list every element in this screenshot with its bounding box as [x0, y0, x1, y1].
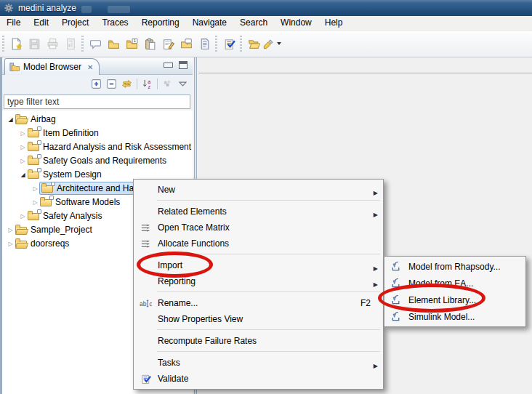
collapse-arrow-icon[interactable] — [31, 198, 39, 206]
menu-separator — [134, 327, 382, 333]
collapse-arrow-icon[interactable] — [19, 142, 27, 151]
tree-item-hazard-analysis[interactable]: Hazard Analysis and Risk Assessment — [2, 140, 193, 153]
menu-item-label: Recompute Failure Rates — [158, 336, 382, 346]
menu-reporting[interactable]: Reporting — [135, 16, 186, 30]
project-folder-icon — [15, 238, 28, 249]
link-with-editor-icon — [121, 79, 132, 89]
submenu-item-model-from-rhapsody[interactable]: Model from Rhapsody... — [385, 258, 525, 275]
context-menu-item-allocate-functions[interactable]: Allocate Functions — [134, 236, 382, 252]
app-window: medini analyze File Edit Project Traces … — [0, 0, 532, 394]
menu-separator — [134, 198, 382, 204]
submenu-arrow-icon — [374, 187, 378, 197]
expand-all-button[interactable] — [89, 77, 104, 92]
context-menu-item-recompute-failure-rates[interactable]: Recompute Failure Rates — [134, 333, 382, 349]
menu-item-label: Related Elements — [158, 206, 382, 217]
clipboard-icon — [144, 38, 156, 50]
menu-gutter — [134, 374, 156, 385]
validate-icon — [223, 38, 235, 50]
menu-help[interactable]: Help — [318, 16, 350, 30]
link-with-editor-button[interactable] — [119, 77, 134, 92]
menu-edit[interactable]: Edit — [27, 16, 55, 30]
report-document-icon — [65, 38, 77, 50]
filter-input[interactable] — [4, 95, 190, 109]
recent-elements-button[interactable]: 1 — [123, 35, 141, 53]
highlight-button[interactable] — [263, 35, 281, 53]
menu-window[interactable]: Window — [274, 16, 318, 30]
collapse-arrow-icon[interactable] — [7, 239, 15, 248]
paste-button[interactable] — [141, 35, 159, 53]
menu-gutter — [385, 261, 407, 272]
report-document-button — [62, 35, 80, 53]
model-browser-tab-icon — [9, 62, 20, 73]
sort-az-icon: az — [142, 79, 153, 89]
annotation-oval-import — [137, 252, 213, 278]
context-menu-item-rename[interactable]: abc Rename... F2 — [134, 295, 382, 311]
toolbar-separator — [137, 79, 137, 89]
close-icon[interactable] — [87, 63, 93, 71]
context-menu-item-tasks[interactable]: Tasks — [134, 355, 382, 371]
filters-button — [160, 77, 175, 92]
open-model-button[interactable] — [245, 35, 263, 53]
tree-item-airbag[interactable]: Airbag — [2, 112, 193, 126]
collapse-arrow-icon[interactable] — [31, 184, 39, 193]
minimize-button[interactable] — [164, 63, 173, 68]
validate-button[interactable] — [220, 35, 238, 53]
view-menu-button[interactable] — [175, 77, 190, 92]
filter-row — [2, 93, 193, 110]
context-menu-item-new[interactable]: New — [134, 182, 382, 198]
context-menu-item-related-elements[interactable]: Related Elements — [134, 204, 382, 220]
comment-button[interactable] — [86, 35, 105, 53]
tree-item-label: Safety Analysis — [43, 211, 102, 221]
edit-note-button[interactable] — [159, 35, 177, 53]
submenu-arrow-icon — [374, 360, 378, 370]
collapse-all-button[interactable] — [104, 77, 119, 92]
menu-navigate[interactable]: Navigate — [186, 16, 233, 30]
tree-item-safety-goals[interactable]: Safety Goals and Requirements — [2, 153, 193, 167]
comment-folder-button[interactable] — [177, 35, 196, 53]
document-button[interactable] — [196, 35, 214, 53]
tree-item-label: Item Definition — [43, 128, 99, 138]
context-menu-item-open-trace-matrix[interactable]: Open Trace Matrix — [134, 220, 382, 236]
tree-item-item-definition[interactable]: Item Definition — [2, 126, 193, 140]
menu-bar: File Edit Project Traces Reporting Navig… — [0, 16, 532, 31]
maximize-button[interactable] — [179, 61, 188, 69]
project-folder-icon — [15, 225, 28, 235]
dropdown-caret-icon[interactable] — [277, 42, 281, 45]
print-button — [44, 35, 62, 53]
menu-separator — [134, 289, 382, 295]
menu-search[interactable]: Search — [233, 16, 274, 30]
menu-gutter — [134, 222, 156, 233]
new-wizard-button[interactable] — [7, 35, 25, 53]
collapse-arrow-icon[interactable] — [7, 225, 15, 234]
tree-item-label: Airbag — [31, 114, 56, 124]
comment-icon — [89, 38, 102, 50]
panel-controls — [164, 61, 188, 69]
tab-model-browser[interactable]: Model Browser — [4, 58, 100, 75]
menu-project[interactable]: Project — [55, 16, 95, 30]
folder-icon — [108, 38, 120, 50]
collapse-arrow-icon[interactable] — [19, 129, 27, 137]
toolbar-grip — [215, 36, 217, 52]
context-menu-item-show-properties-view[interactable]: Show Properties View — [134, 311, 382, 327]
import-icon — [390, 311, 403, 322]
toolbar-grip — [240, 36, 242, 52]
trace-matrix-icon — [140, 222, 152, 233]
open-diagram-button[interactable] — [105, 35, 123, 53]
menu-traces[interactable]: Traces — [95, 16, 134, 30]
app-gear-icon — [4, 3, 14, 13]
context-menu-item-validate[interactable]: Validate — [134, 371, 382, 387]
collapse-arrow-icon[interactable] — [19, 212, 27, 220]
folder-icon — [28, 211, 40, 221]
print-icon — [47, 38, 59, 50]
collapse-all-icon — [106, 79, 117, 89]
sort-button[interactable]: az — [140, 77, 155, 92]
expand-arrow-icon[interactable] — [19, 170, 27, 179]
expand-arrow-icon[interactable] — [7, 115, 15, 124]
menu-gutter — [134, 238, 156, 249]
menu-file[interactable]: File — [0, 16, 27, 30]
tree-item-label: Hazard Analysis and Risk Assessment — [43, 142, 191, 152]
menu-item-label: New — [158, 185, 382, 195]
menu-separator — [134, 349, 382, 355]
collapse-arrow-icon[interactable] — [19, 156, 27, 165]
svg-text:z: z — [148, 84, 151, 89]
